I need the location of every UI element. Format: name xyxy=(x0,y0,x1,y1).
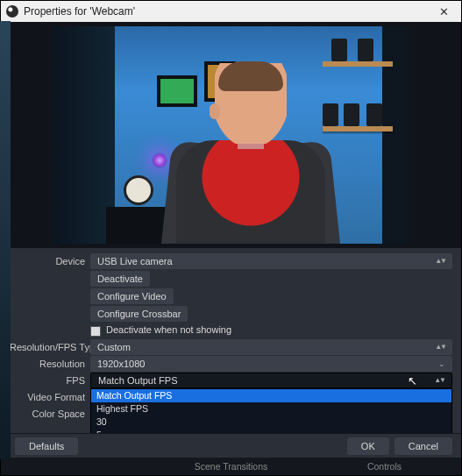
fps-option[interactable]: Match Output FPS xyxy=(91,389,451,402)
fps-select[interactable]: Match Output FPS▲▼ xyxy=(90,373,452,388)
resolution-label: Resolution xyxy=(10,359,90,369)
spinner-icon: ▲▼ xyxy=(435,339,445,355)
fps-dropdown-list: Match Output FPS Highest FPS 30 5 xyxy=(90,388,452,433)
window-title: Properties for 'Webcam' xyxy=(24,5,135,18)
controls-tab[interactable]: Controls xyxy=(308,458,461,475)
deactivate-not-showing-label: Deactivate when not showing xyxy=(106,324,231,335)
close-icon[interactable]: ✕ xyxy=(431,5,456,18)
defaults-button[interactable]: Defaults xyxy=(15,437,78,455)
properties-dialog: Properties for 'Webcam' ✕ Device xyxy=(0,0,462,476)
resfps-type-label: Resolution/FPS Type xyxy=(10,342,90,352)
dialog-footer: Defaults OK Cancel xyxy=(1,433,461,458)
spinner-icon: ▲▼ xyxy=(435,253,445,269)
app-icon xyxy=(6,5,18,18)
ok-button[interactable]: OK xyxy=(347,437,389,455)
fps-option[interactable]: 30 xyxy=(91,416,451,429)
chevron-down-icon: ⌄ xyxy=(435,356,445,372)
fps-label: FPS xyxy=(10,375,90,386)
color-space-label: Color Space xyxy=(10,409,90,419)
spinner-icon: ▲▼ xyxy=(434,373,444,388)
device-select[interactable]: USB Live camera▲▼ xyxy=(90,253,452,269)
preview-area xyxy=(1,22,461,248)
scene-transitions-tab[interactable]: Scene Transitions xyxy=(154,458,308,475)
main-window-bottombar: Scene Transitions Controls xyxy=(1,458,461,475)
resfps-type-select[interactable]: Custom▲▼ xyxy=(90,339,452,355)
fps-option[interactable]: Highest FPS xyxy=(91,402,451,416)
form-area: Device USB Live camera▲▼ Deactivate Conf… xyxy=(1,248,461,433)
configure-video-button[interactable]: Configure Video xyxy=(90,288,174,304)
deactivate-not-showing-checkbox[interactable] xyxy=(90,326,101,337)
titlebar[interactable]: Properties for 'Webcam' ✕ xyxy=(1,1,461,22)
cancel-button[interactable]: Cancel xyxy=(394,437,452,455)
background-strip xyxy=(0,21,11,459)
fps-option[interactable]: 5 xyxy=(91,429,451,433)
video-format-label: Video Format xyxy=(10,392,90,402)
deactivate-button[interactable]: Deactivate xyxy=(90,271,150,287)
webcam-preview xyxy=(53,26,409,244)
resolution-select[interactable]: 1920x1080⌄ xyxy=(90,356,452,372)
device-label: Device xyxy=(10,256,90,266)
configure-crossbar-button[interactable]: Configure Crossbar xyxy=(90,306,188,322)
